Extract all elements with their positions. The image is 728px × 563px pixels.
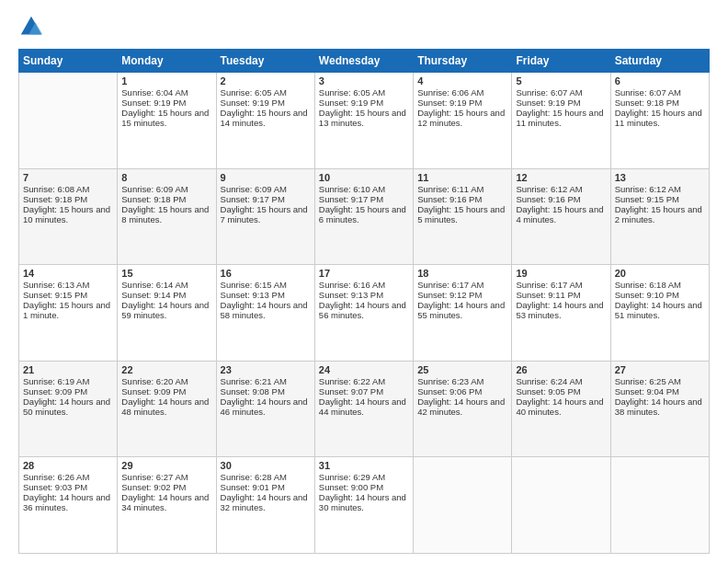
day-number: 30: [221, 460, 311, 471]
header-cell-tuesday: Tuesday: [216, 50, 314, 73]
calendar-cell: 27Sunrise: 6:25 AMSunset: 9:04 PMDayligh…: [610, 361, 709, 457]
sunrise-text: Sunrise: 6:05 AM: [319, 87, 409, 98]
page: SundayMondayTuesdayWednesdayThursdayFrid…: [0, 0, 728, 563]
daylight-text: Daylight: 14 hours and 34 minutes.: [121, 492, 211, 512]
daylight-text: Daylight: 14 hours and 59 minutes.: [121, 300, 211, 320]
day-number: 11: [417, 172, 507, 183]
sunrise-text: Sunrise: 6:17 AM: [516, 280, 606, 290]
calendar-cell: 14Sunrise: 6:13 AMSunset: 9:15 PMDayligh…: [19, 265, 118, 362]
sunrise-text: Sunrise: 6:27 AM: [121, 472, 211, 482]
sunrise-text: Sunrise: 6:12 AM: [516, 184, 606, 194]
sunset-text: Sunset: 9:18 PM: [23, 194, 113, 204]
sunset-text: Sunset: 9:11 PM: [516, 290, 606, 300]
header-cell-friday: Friday: [512, 50, 610, 73]
calendar-cell: 16Sunrise: 6:15 AMSunset: 9:13 PMDayligh…: [216, 265, 314, 362]
day-number: 3: [319, 75, 409, 86]
day-number: 23: [221, 364, 311, 375]
calendar-cell: 29Sunrise: 6:27 AMSunset: 9:02 PMDayligh…: [118, 457, 216, 554]
day-number: 17: [319, 268, 409, 279]
sunset-text: Sunset: 9:18 PM: [615, 98, 705, 108]
daylight-text: Daylight: 14 hours and 42 minutes.: [417, 396, 507, 417]
sunset-text: Sunset: 9:13 PM: [319, 290, 409, 300]
daylight-text: Daylight: 15 hours and 2 minutes.: [615, 204, 705, 224]
sunrise-text: Sunrise: 6:26 AM: [23, 472, 113, 482]
day-number: 31: [319, 460, 409, 471]
sunset-text: Sunset: 9:16 PM: [417, 194, 507, 204]
daylight-text: Daylight: 15 hours and 7 minutes.: [221, 204, 311, 224]
day-number: 18: [417, 268, 507, 279]
sunrise-text: Sunrise: 6:14 AM: [121, 280, 211, 290]
daylight-text: Daylight: 15 hours and 11 minutes.: [516, 108, 606, 128]
sunrise-text: Sunrise: 6:07 AM: [516, 87, 606, 98]
sunrise-text: Sunrise: 6:07 AM: [615, 87, 705, 98]
header: [18, 14, 710, 40]
daylight-text: Daylight: 14 hours and 38 minutes.: [615, 396, 705, 417]
daylight-text: Daylight: 14 hours and 51 minutes.: [615, 300, 705, 320]
day-number: 16: [221, 268, 311, 279]
daylight-text: Daylight: 14 hours and 50 minutes.: [23, 396, 113, 417]
header-cell-sunday: Sunday: [19, 50, 118, 73]
calendar-cell: 21Sunrise: 6:19 AMSunset: 9:09 PMDayligh…: [19, 361, 118, 457]
sunrise-text: Sunrise: 6:11 AM: [417, 184, 507, 194]
daylight-text: Daylight: 15 hours and 12 minutes.: [417, 108, 507, 128]
week-row-4: 21Sunrise: 6:19 AMSunset: 9:09 PMDayligh…: [19, 361, 710, 457]
calendar-cell: 13Sunrise: 6:12 AMSunset: 9:15 PMDayligh…: [610, 168, 709, 265]
calendar-cell: 1Sunrise: 6:04 AMSunset: 9:19 PMDaylight…: [118, 73, 216, 169]
calendar-cell: [610, 457, 709, 554]
calendar-cell: 22Sunrise: 6:20 AMSunset: 9:09 PMDayligh…: [118, 361, 216, 457]
calendar-cell: 19Sunrise: 6:17 AMSunset: 9:11 PMDayligh…: [512, 265, 610, 362]
header-cell-wednesday: Wednesday: [314, 50, 413, 73]
day-number: 12: [516, 172, 606, 183]
sunset-text: Sunset: 9:13 PM: [221, 290, 311, 300]
daylight-text: Daylight: 15 hours and 4 minutes.: [516, 204, 606, 224]
day-number: 10: [319, 172, 409, 183]
calendar-cell: 8Sunrise: 6:09 AMSunset: 9:18 PMDaylight…: [118, 168, 216, 265]
day-number: 8: [121, 172, 211, 183]
calendar-cell: 28Sunrise: 6:26 AMSunset: 9:03 PMDayligh…: [19, 457, 118, 554]
sunrise-text: Sunrise: 6:19 AM: [23, 376, 113, 386]
calendar-cell: 24Sunrise: 6:22 AMSunset: 9:07 PMDayligh…: [314, 361, 413, 457]
calendar-cell: 20Sunrise: 6:18 AMSunset: 9:10 PMDayligh…: [610, 265, 709, 362]
calendar-cell: 9Sunrise: 6:09 AMSunset: 9:17 PMDaylight…: [216, 168, 314, 265]
calendar-cell: 18Sunrise: 6:17 AMSunset: 9:12 PMDayligh…: [414, 265, 512, 362]
header-cell-monday: Monday: [118, 50, 216, 73]
sunrise-text: Sunrise: 6:22 AM: [319, 376, 409, 386]
sunrise-text: Sunrise: 6:10 AM: [319, 184, 409, 194]
calendar-cell: 2Sunrise: 6:05 AMSunset: 9:19 PMDaylight…: [216, 73, 314, 169]
sunset-text: Sunset: 9:16 PM: [516, 194, 606, 204]
header-cell-saturday: Saturday: [610, 50, 709, 73]
header-cell-thursday: Thursday: [414, 50, 512, 73]
calendar-cell: 17Sunrise: 6:16 AMSunset: 9:13 PMDayligh…: [314, 265, 413, 362]
sunset-text: Sunset: 9:19 PM: [221, 98, 311, 108]
calendar-cell: 6Sunrise: 6:07 AMSunset: 9:18 PMDaylight…: [610, 73, 709, 169]
day-number: 26: [516, 364, 606, 375]
daylight-text: Daylight: 15 hours and 5 minutes.: [417, 204, 507, 224]
week-row-5: 28Sunrise: 6:26 AMSunset: 9:03 PMDayligh…: [19, 457, 710, 554]
sunrise-text: Sunrise: 6:17 AM: [417, 280, 507, 290]
sunrise-text: Sunrise: 6:23 AM: [417, 376, 507, 386]
day-number: 13: [615, 172, 705, 183]
day-number: 27: [615, 364, 705, 375]
week-row-3: 14Sunrise: 6:13 AMSunset: 9:15 PMDayligh…: [19, 265, 710, 362]
day-number: 29: [121, 460, 211, 471]
sunset-text: Sunset: 9:07 PM: [319, 386, 409, 396]
daylight-text: Daylight: 14 hours and 53 minutes.: [516, 300, 606, 320]
sunrise-text: Sunrise: 6:29 AM: [319, 472, 409, 482]
sunset-text: Sunset: 9:09 PM: [121, 386, 211, 396]
sunset-text: Sunset: 9:00 PM: [319, 482, 409, 492]
daylight-text: Daylight: 14 hours and 32 minutes.: [221, 492, 311, 512]
daylight-text: Daylight: 14 hours and 40 minutes.: [516, 396, 606, 417]
day-number: 5: [516, 75, 606, 86]
day-number: 25: [417, 364, 507, 375]
week-row-1: 1Sunrise: 6:04 AMSunset: 9:19 PMDaylight…: [19, 73, 710, 169]
daylight-text: Daylight: 15 hours and 15 minutes.: [121, 108, 211, 128]
day-number: 19: [516, 268, 606, 279]
sunset-text: Sunset: 9:15 PM: [615, 194, 705, 204]
sunset-text: Sunset: 9:03 PM: [23, 482, 113, 492]
daylight-text: Daylight: 14 hours and 44 minutes.: [319, 396, 409, 417]
day-number: 22: [121, 364, 211, 375]
calendar-cell: 15Sunrise: 6:14 AMSunset: 9:14 PMDayligh…: [118, 265, 216, 362]
sunset-text: Sunset: 9:14 PM: [121, 290, 211, 300]
daylight-text: Daylight: 14 hours and 56 minutes.: [319, 300, 409, 320]
daylight-text: Daylight: 14 hours and 55 minutes.: [417, 300, 507, 320]
